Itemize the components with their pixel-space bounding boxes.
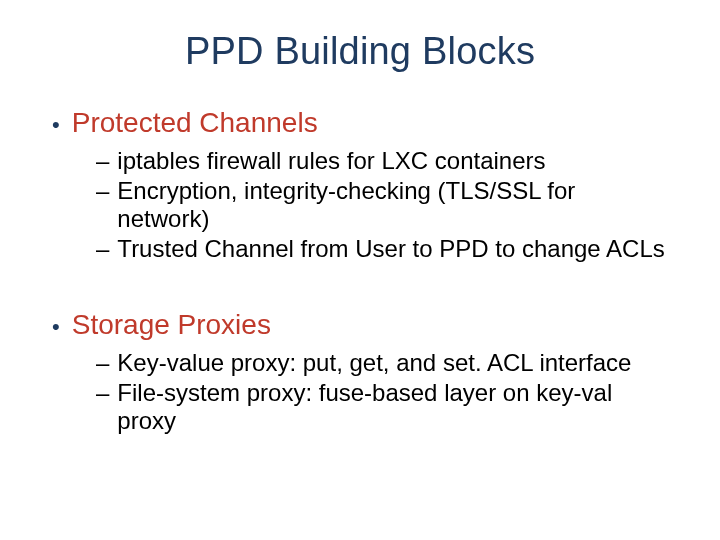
- dash-icon: –: [96, 177, 109, 205]
- subitem-text: Key-value proxy: put, get, and set. ACL …: [117, 349, 631, 377]
- bullet-icon: •: [52, 114, 60, 136]
- section-heading: Storage Proxies: [72, 309, 271, 341]
- section-heading: Protected Channels: [72, 107, 318, 139]
- list-item: – Trusted Channel from User to PPD to ch…: [96, 235, 672, 263]
- list-item: – Encryption, integrity-checking (TLS/SS…: [96, 177, 672, 233]
- slide-title: PPD Building Blocks: [48, 30, 672, 73]
- dash-icon: –: [96, 147, 109, 175]
- list-item: – iptables firewall rules for LXC contai…: [96, 147, 672, 175]
- dash-icon: –: [96, 235, 109, 263]
- dash-icon: –: [96, 349, 109, 377]
- section-storage-proxies: • Storage Proxies – Key-value proxy: put…: [48, 309, 672, 435]
- subitem-text: Encryption, integrity-checking (TLS/SSL …: [117, 177, 672, 233]
- slide: PPD Building Blocks • Protected Channels…: [0, 0, 720, 540]
- list-item: • Protected Channels: [48, 107, 672, 139]
- sublist: – iptables firewall rules for LXC contai…: [96, 147, 672, 263]
- subitem-text: File-system proxy: fuse-based layer on k…: [117, 379, 672, 435]
- subitem-text: Trusted Channel from User to PPD to chan…: [117, 235, 664, 263]
- subitem-text: iptables firewall rules for LXC containe…: [117, 147, 545, 175]
- list-item: – File-system proxy: fuse-based layer on…: [96, 379, 672, 435]
- bullet-icon: •: [52, 316, 60, 338]
- sublist: – Key-value proxy: put, get, and set. AC…: [96, 349, 672, 435]
- content-list: • Protected Channels – iptables firewall…: [48, 107, 672, 435]
- section-protected-channels: • Protected Channels – iptables firewall…: [48, 107, 672, 263]
- dash-icon: –: [96, 379, 109, 407]
- list-item: • Storage Proxies: [48, 309, 672, 341]
- list-item: – Key-value proxy: put, get, and set. AC…: [96, 349, 672, 377]
